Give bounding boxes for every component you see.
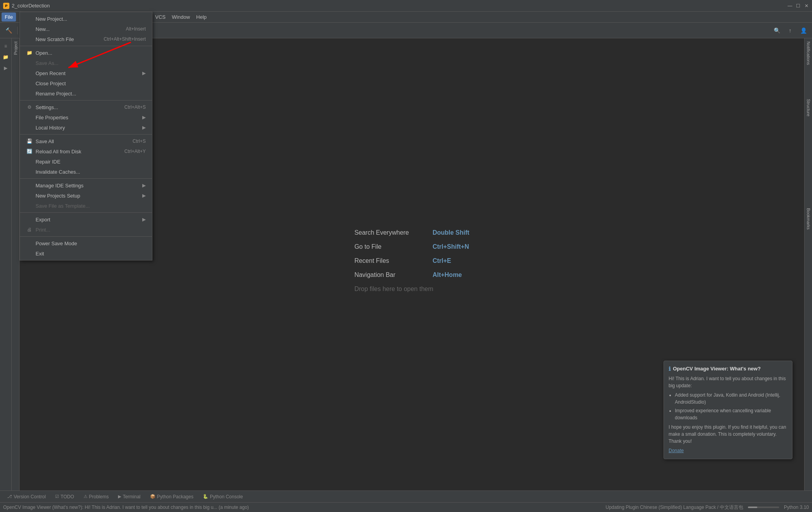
tab-todo[interactable]: ☑ TODO (51, 492, 78, 501)
menu-settings-label: Settings... (36, 104, 58, 110)
menu-export[interactable]: Export ▶ (20, 214, 152, 225)
welcome-row-recent: Recent Files Ctrl+E (354, 257, 469, 264)
welcome-row-nav: Navigation Bar Alt+Home (354, 271, 469, 278)
template-icon (26, 203, 32, 209)
tab-problems-label: Problems (89, 494, 109, 499)
tab-terminal[interactable]: ▶ Terminal (114, 492, 144, 501)
menu-print-left: 🖨 Print... (26, 226, 50, 233)
menu-new-left: New... (26, 26, 50, 32)
info-icon: ℹ (669, 366, 671, 372)
menu-vcs[interactable]: VCS (152, 13, 169, 22)
menu-new-project[interactable]: New Project... (20, 14, 152, 24)
menu-exit-label: Exit (36, 251, 44, 257)
toolbar-git[interactable]: ↑ (785, 25, 796, 36)
open-recent-arrow: ▶ (142, 70, 146, 76)
tab-problems[interactable]: ⚠ Problems (80, 492, 113, 501)
search-everywhere-label: Search Everywhere (354, 229, 433, 236)
export-icon (26, 216, 32, 223)
menu-reload-all[interactable]: 🔄 Reload All from Disk Ctrl+Alt+Y (20, 146, 152, 156)
toolbar-build[interactable]: 🔨 (3, 25, 14, 36)
toolbar-avatar[interactable]: 👤 (798, 25, 809, 36)
menu-invalidate-caches-label: Invalidate Caches... (36, 169, 80, 175)
menu-open-recent[interactable]: Open Recent ▶ (20, 68, 152, 78)
menu-power-save[interactable]: Power Save Mode (20, 238, 152, 248)
goto-file-label: Go to File (354, 243, 433, 250)
export-arrow: ▶ (142, 217, 146, 222)
menu-new-scratch-label: New Scratch File (36, 36, 74, 42)
title-bar: P 2_colorDetection — ☐ ✕ (0, 0, 812, 12)
toolbar-search[interactable]: 🔍 (771, 25, 782, 36)
menu-help[interactable]: Help (193, 13, 210, 22)
menu-save-all[interactable]: 💾 Save All Ctrl+S (20, 136, 152, 146)
sep-6 (20, 236, 152, 237)
menu-settings-left: ⚙ Settings... (26, 104, 58, 110)
structure-panel[interactable]: Structure (804, 78, 812, 137)
menu-power-save-label: Power Save Mode (36, 241, 77, 246)
recent-files-label: Recent Files (354, 257, 433, 264)
menu-repair-ide[interactable]: Repair IDE (20, 156, 152, 167)
menu-local-history-left: Local History (26, 124, 65, 131)
notification-title-text: OpenCV Image Viewer: What's new? (673, 366, 761, 372)
manage-ide-arrow: ▶ (142, 183, 146, 188)
menu-manage-ide[interactable]: Manage IDE Settings ▶ (20, 180, 152, 190)
bookmarks-panel[interactable]: Bookmarks (804, 196, 812, 243)
sep-4 (20, 178, 152, 179)
menu-local-history[interactable]: Local History ▶ (20, 122, 152, 133)
tab-python-console[interactable]: 🐍 Python Console (199, 492, 247, 501)
menu-save-as-label: Save As... (36, 60, 59, 66)
minimize-button[interactable]: — (787, 3, 792, 8)
sidebar-toggle[interactable]: ≡ (1, 41, 11, 51)
menu-settings[interactable]: ⚙ Settings... Ctrl+Alt+S (20, 102, 152, 112)
notification-body: Hi! This is Adrian. I want to tell you a… (669, 375, 787, 454)
notification-bullets: Added support for Java, Kotlin and Andro… (675, 392, 787, 421)
menu-exit[interactable]: Exit (20, 248, 152, 259)
menu-invalidate-caches[interactable]: Invalidate Caches... (20, 167, 152, 177)
recent-files-shortcut: Ctrl+E (433, 257, 451, 264)
sep-1 (20, 46, 152, 46)
menu-new-projects-setup[interactable]: New Projects Setup ▶ (20, 190, 152, 201)
tab-python-console-label: Python Console (210, 494, 243, 499)
menu-file-properties-label: File Properties (36, 115, 68, 120)
menu-new-projects-label: New Projects Setup (36, 193, 80, 199)
file-props-arrow: ▶ (142, 115, 146, 120)
menu-open[interactable]: 📁 Open... (20, 48, 152, 58)
status-bar: OpenCV Image Viewer (What's new?): Hi! T… (0, 502, 812, 512)
settings-icon: ⚙ (26, 104, 32, 110)
menu-save-template-left: Save File as Template... (26, 203, 90, 209)
scratch-icon (26, 36, 32, 42)
maximize-button[interactable]: ☐ (796, 3, 801, 8)
menu-window[interactable]: Window (169, 13, 193, 22)
menu-repair-ide-label: Repair IDE (36, 159, 61, 165)
menu-reload-all-left: 🔄 Reload All from Disk (26, 148, 81, 154)
tab-python-packages[interactable]: 📦 Python Packages (146, 492, 197, 501)
menu-print-label: Print... (36, 227, 50, 233)
welcome-row-search: Search Everywhere Double Shift (354, 229, 469, 236)
close-button[interactable]: ✕ (804, 3, 809, 8)
menu-close-project[interactable]: Close Project (20, 78, 152, 88)
donate-link[interactable]: Donate (669, 447, 684, 454)
menu-file-properties[interactable]: File Properties ▶ (20, 112, 152, 122)
menu-new[interactable]: New... Alt+Insert (20, 24, 152, 34)
sidebar-expand[interactable]: ▶ (1, 63, 11, 73)
menu-rename-project-left: Rename Project... (26, 90, 76, 97)
status-message: OpenCV Image Viewer (What's new?): Hi! T… (3, 505, 249, 510)
sidebar-project-icon[interactable]: 📁 (1, 52, 11, 62)
menu-rename-project[interactable]: Rename Project... (20, 88, 152, 99)
menu-new-scratch[interactable]: New Scratch File Ctrl+Alt+Shift+Insert (20, 34, 152, 44)
navigation-bar-label: Navigation Bar (354, 271, 433, 278)
menu-open-recent-label: Open Recent (36, 70, 66, 76)
menu-new-project-label: New Project... (36, 16, 67, 22)
toolbar-right: 🔍 ↑ 👤 (771, 25, 809, 36)
new-project-icon (26, 16, 32, 22)
console-icon: 🐍 (203, 494, 208, 499)
menu-open-label: Open... (36, 50, 52, 56)
menu-save-all-label: Save All (36, 138, 54, 144)
left-sidebar: ≡ 📁 ▶ (0, 38, 12, 490)
history-icon (26, 124, 32, 131)
tab-todo-label: TODO (61, 494, 74, 499)
structure-label: Structure (806, 99, 811, 117)
title-bar-left: P 2_colorDetection (3, 3, 50, 9)
tab-version-control[interactable]: ⎇ Version Control (3, 492, 50, 501)
menu-file[interactable]: File (2, 13, 16, 22)
project-panel[interactable]: Project (12, 38, 20, 490)
